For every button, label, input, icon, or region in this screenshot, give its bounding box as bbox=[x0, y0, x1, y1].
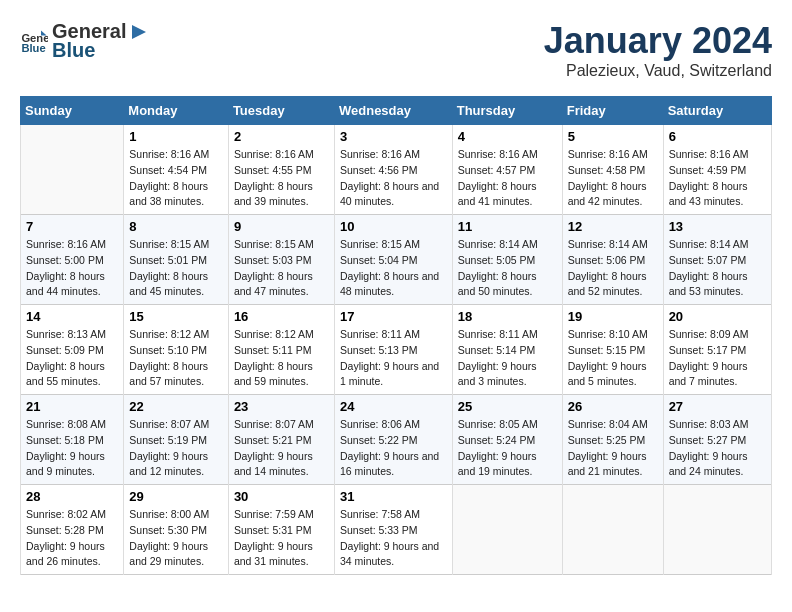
day-number: 21 bbox=[26, 399, 118, 414]
day-info: Sunrise: 7:59 AMSunset: 5:31 PMDaylight:… bbox=[234, 507, 329, 570]
calendar-cell bbox=[452, 485, 562, 575]
day-info: Sunrise: 8:07 AMSunset: 5:21 PMDaylight:… bbox=[234, 417, 329, 480]
weekday-header-thursday: Thursday bbox=[452, 97, 562, 125]
day-number: 30 bbox=[234, 489, 329, 504]
calendar-cell: 3Sunrise: 8:16 AMSunset: 4:56 PMDaylight… bbox=[334, 125, 452, 215]
calendar-cell: 14Sunrise: 8:13 AMSunset: 5:09 PMDayligh… bbox=[21, 305, 124, 395]
day-number: 12 bbox=[568, 219, 658, 234]
calendar-cell: 25Sunrise: 8:05 AMSunset: 5:24 PMDayligh… bbox=[452, 395, 562, 485]
calendar-cell: 13Sunrise: 8:14 AMSunset: 5:07 PMDayligh… bbox=[663, 215, 771, 305]
calendar-cell: 17Sunrise: 8:11 AMSunset: 5:13 PMDayligh… bbox=[334, 305, 452, 395]
day-info: Sunrise: 8:00 AMSunset: 5:30 PMDaylight:… bbox=[129, 507, 223, 570]
day-info: Sunrise: 8:05 AMSunset: 5:24 PMDaylight:… bbox=[458, 417, 557, 480]
day-info: Sunrise: 8:14 AMSunset: 5:05 PMDaylight:… bbox=[458, 237, 557, 300]
day-number: 15 bbox=[129, 309, 223, 324]
day-info: Sunrise: 8:03 AMSunset: 5:27 PMDaylight:… bbox=[669, 417, 766, 480]
calendar-cell: 19Sunrise: 8:10 AMSunset: 5:15 PMDayligh… bbox=[562, 305, 663, 395]
day-number: 4 bbox=[458, 129, 557, 144]
weekday-header-saturday: Saturday bbox=[663, 97, 771, 125]
day-info: Sunrise: 8:14 AMSunset: 5:07 PMDaylight:… bbox=[669, 237, 766, 300]
weekday-header-sunday: Sunday bbox=[21, 97, 124, 125]
day-info: Sunrise: 8:16 AMSunset: 4:59 PMDaylight:… bbox=[669, 147, 766, 210]
calendar-cell: 21Sunrise: 8:08 AMSunset: 5:18 PMDayligh… bbox=[21, 395, 124, 485]
calendar-cell: 30Sunrise: 7:59 AMSunset: 5:31 PMDayligh… bbox=[228, 485, 334, 575]
day-info: Sunrise: 8:12 AMSunset: 5:10 PMDaylight:… bbox=[129, 327, 223, 390]
logo-arrow-icon bbox=[128, 21, 150, 43]
day-number: 16 bbox=[234, 309, 329, 324]
calendar-cell: 20Sunrise: 8:09 AMSunset: 5:17 PMDayligh… bbox=[663, 305, 771, 395]
day-number: 3 bbox=[340, 129, 447, 144]
calendar-table: SundayMondayTuesdayWednesdayThursdayFrid… bbox=[20, 96, 772, 575]
day-info: Sunrise: 8:06 AMSunset: 5:22 PMDaylight:… bbox=[340, 417, 447, 480]
calendar-cell: 22Sunrise: 8:07 AMSunset: 5:19 PMDayligh… bbox=[124, 395, 229, 485]
calendar-week-row: 21Sunrise: 8:08 AMSunset: 5:18 PMDayligh… bbox=[21, 395, 772, 485]
day-info: Sunrise: 8:13 AMSunset: 5:09 PMDaylight:… bbox=[26, 327, 118, 390]
weekday-header-monday: Monday bbox=[124, 97, 229, 125]
day-info: Sunrise: 8:16 AMSunset: 4:57 PMDaylight:… bbox=[458, 147, 557, 210]
day-number: 20 bbox=[669, 309, 766, 324]
calendar-cell: 5Sunrise: 8:16 AMSunset: 4:58 PMDaylight… bbox=[562, 125, 663, 215]
calendar-cell: 1Sunrise: 8:16 AMSunset: 4:54 PMDaylight… bbox=[124, 125, 229, 215]
day-number: 22 bbox=[129, 399, 223, 414]
day-number: 1 bbox=[129, 129, 223, 144]
calendar-cell: 28Sunrise: 8:02 AMSunset: 5:28 PMDayligh… bbox=[21, 485, 124, 575]
calendar-cell: 2Sunrise: 8:16 AMSunset: 4:55 PMDaylight… bbox=[228, 125, 334, 215]
calendar-week-row: 14Sunrise: 8:13 AMSunset: 5:09 PMDayligh… bbox=[21, 305, 772, 395]
day-number: 31 bbox=[340, 489, 447, 504]
day-number: 24 bbox=[340, 399, 447, 414]
day-number: 19 bbox=[568, 309, 658, 324]
page-title: January 2024 bbox=[544, 20, 772, 62]
day-number: 9 bbox=[234, 219, 329, 234]
day-number: 11 bbox=[458, 219, 557, 234]
day-number: 10 bbox=[340, 219, 447, 234]
day-number: 28 bbox=[26, 489, 118, 504]
calendar-week-row: 7Sunrise: 8:16 AMSunset: 5:00 PMDaylight… bbox=[21, 215, 772, 305]
calendar-cell: 27Sunrise: 8:03 AMSunset: 5:27 PMDayligh… bbox=[663, 395, 771, 485]
day-info: Sunrise: 8:15 AMSunset: 5:04 PMDaylight:… bbox=[340, 237, 447, 300]
day-number: 18 bbox=[458, 309, 557, 324]
calendar-cell: 31Sunrise: 7:58 AMSunset: 5:33 PMDayligh… bbox=[334, 485, 452, 575]
calendar-cell: 10Sunrise: 8:15 AMSunset: 5:04 PMDayligh… bbox=[334, 215, 452, 305]
weekday-header-wednesday: Wednesday bbox=[334, 97, 452, 125]
day-number: 7 bbox=[26, 219, 118, 234]
day-info: Sunrise: 8:15 AMSunset: 5:01 PMDaylight:… bbox=[129, 237, 223, 300]
day-info: Sunrise: 8:09 AMSunset: 5:17 PMDaylight:… bbox=[669, 327, 766, 390]
svg-text:Blue: Blue bbox=[21, 42, 45, 54]
weekday-header-friday: Friday bbox=[562, 97, 663, 125]
weekday-header-tuesday: Tuesday bbox=[228, 97, 334, 125]
calendar-cell: 29Sunrise: 8:00 AMSunset: 5:30 PMDayligh… bbox=[124, 485, 229, 575]
calendar-week-row: 1Sunrise: 8:16 AMSunset: 4:54 PMDaylight… bbox=[21, 125, 772, 215]
day-number: 8 bbox=[129, 219, 223, 234]
day-number: 6 bbox=[669, 129, 766, 144]
day-info: Sunrise: 7:58 AMSunset: 5:33 PMDaylight:… bbox=[340, 507, 447, 570]
calendar-cell bbox=[562, 485, 663, 575]
day-number: 5 bbox=[568, 129, 658, 144]
day-number: 14 bbox=[26, 309, 118, 324]
calendar-header-row: SundayMondayTuesdayWednesdayThursdayFrid… bbox=[21, 97, 772, 125]
day-number: 25 bbox=[458, 399, 557, 414]
calendar-cell: 4Sunrise: 8:16 AMSunset: 4:57 PMDaylight… bbox=[452, 125, 562, 215]
calendar-week-row: 28Sunrise: 8:02 AMSunset: 5:28 PMDayligh… bbox=[21, 485, 772, 575]
title-area: January 2024 Palezieux, Vaud, Switzerlan… bbox=[544, 20, 772, 80]
day-number: 17 bbox=[340, 309, 447, 324]
calendar-cell: 15Sunrise: 8:12 AMSunset: 5:10 PMDayligh… bbox=[124, 305, 229, 395]
day-info: Sunrise: 8:10 AMSunset: 5:15 PMDaylight:… bbox=[568, 327, 658, 390]
calendar-cell bbox=[663, 485, 771, 575]
day-info: Sunrise: 8:07 AMSunset: 5:19 PMDaylight:… bbox=[129, 417, 223, 480]
day-info: Sunrise: 8:12 AMSunset: 5:11 PMDaylight:… bbox=[234, 327, 329, 390]
day-info: Sunrise: 8:02 AMSunset: 5:28 PMDaylight:… bbox=[26, 507, 118, 570]
calendar-cell: 18Sunrise: 8:11 AMSunset: 5:14 PMDayligh… bbox=[452, 305, 562, 395]
day-info: Sunrise: 8:16 AMSunset: 4:58 PMDaylight:… bbox=[568, 147, 658, 210]
calendar-cell: 16Sunrise: 8:12 AMSunset: 5:11 PMDayligh… bbox=[228, 305, 334, 395]
day-info: Sunrise: 8:11 AMSunset: 5:13 PMDaylight:… bbox=[340, 327, 447, 390]
page-subtitle: Palezieux, Vaud, Switzerland bbox=[544, 62, 772, 80]
calendar-cell: 24Sunrise: 8:06 AMSunset: 5:22 PMDayligh… bbox=[334, 395, 452, 485]
svg-marker-4 bbox=[132, 25, 146, 39]
calendar-cell: 11Sunrise: 8:14 AMSunset: 5:05 PMDayligh… bbox=[452, 215, 562, 305]
day-info: Sunrise: 8:14 AMSunset: 5:06 PMDaylight:… bbox=[568, 237, 658, 300]
day-number: 26 bbox=[568, 399, 658, 414]
day-info: Sunrise: 8:08 AMSunset: 5:18 PMDaylight:… bbox=[26, 417, 118, 480]
day-info: Sunrise: 8:16 AMSunset: 4:56 PMDaylight:… bbox=[340, 147, 447, 210]
calendar-cell: 9Sunrise: 8:15 AMSunset: 5:03 PMDaylight… bbox=[228, 215, 334, 305]
day-number: 13 bbox=[669, 219, 766, 234]
